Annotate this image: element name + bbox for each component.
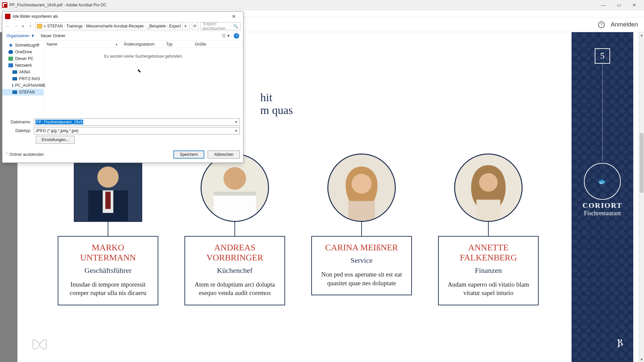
crumb-item[interactable]: Export <box>169 24 181 28</box>
col-name[interactable]: Name▲ <box>44 41 121 48</box>
svg-point-13 <box>479 173 497 191</box>
member-card: CARINA MEIßNER Service Non ped eos aperu… <box>311 236 412 295</box>
tree-onedrive[interactable]: OneDrive <box>2 49 44 55</box>
svg-rect-8 <box>214 192 256 196</box>
col-size[interactable]: Größe <box>192 41 243 48</box>
crumb-item[interactable]: Messerscharfe Acrobat-Rezepte <box>86 24 144 28</box>
chevron-down-icon: ▼ <box>31 34 35 38</box>
nav-forward-button[interactable]: → <box>12 22 18 30</box>
search-placeholder: "Export" durchsuchen <box>203 21 233 31</box>
member-card: ANNETTE FALKENBERG Finanzen Audam eaperr… <box>438 236 539 305</box>
crumb-root[interactable]: « <box>44 24 46 28</box>
tree-label: Dieser PC <box>15 56 34 61</box>
scroll-thumb[interactable] <box>640 133 644 193</box>
breadcrumb[interactable]: « STEFAN› Trainings› Messerscharfe Acrob… <box>35 22 190 30</box>
dialog-close-button[interactable]: ✕ <box>227 12 240 21</box>
chevron-up-icon: ˄ <box>6 152 8 157</box>
member-role: Küchenchef <box>191 266 279 275</box>
maximize-button[interactable]: ▭ <box>611 0 627 10</box>
svg-point-1 <box>97 167 118 188</box>
nav-back-button[interactable]: ← <box>5 22 10 30</box>
acrobat-app-icon <box>2 2 7 8</box>
tree-this-pc[interactable]: Dieser PC <box>2 55 44 62</box>
settings-label: Einstellungen... <box>42 137 69 142</box>
tree-label: PC_AUFNAHME <box>15 83 46 88</box>
chevron-down-icon[interactable]: ▾ <box>233 119 239 125</box>
brand-logo: 🐟 CORIORT Fischrestaurant <box>583 163 622 217</box>
filename-label: Dateiname: <box>6 120 34 124</box>
chevron-down-icon[interactable]: ▾ <box>233 128 239 133</box>
chevron-right-icon: › <box>145 24 146 28</box>
svg-point-6 <box>223 167 246 190</box>
hide-folders-toggle[interactable]: ˄ Ordner ausblenden <box>6 152 44 157</box>
crumb-item[interactable]: _Beispiele <box>147 24 166 28</box>
member-card: MARKO UNTERMANN Geschäftsführer Inusdae … <box>58 236 158 305</box>
crumb-item[interactable]: STEFAN <box>47 24 63 28</box>
col-label: Name <box>47 42 57 47</box>
connector <box>108 222 108 236</box>
address-dropdown-icon[interactable]: ▾ <box>182 22 188 30</box>
view-mode-button[interactable]: ☷▼ <box>222 34 230 38</box>
column-headers[interactable]: Name▲ Änderungsdatum Typ Größe <box>44 41 243 48</box>
monitor-icon <box>12 70 17 74</box>
sort-asc-icon: ▲ <box>115 43 118 46</box>
tree-label: Netzwerk <box>15 63 32 68</box>
team-grid: MARKO UNTERMANN Geschäftsführer Inusdae … <box>58 154 539 305</box>
tree-network[interactable]: Netzwerk <box>2 62 44 69</box>
help-icon[interactable]: ? <box>598 21 605 28</box>
scroll-up-icon[interactable]: ▲ <box>639 32 644 38</box>
connector <box>234 222 235 236</box>
folder-tree[interactable]: Schnellzugriff OneDrive Dieser PC Netzwe… <box>2 41 44 116</box>
avatar <box>454 154 523 222</box>
vertical-scrollbar[interactable]: ▲ ▼ <box>639 32 644 362</box>
member-role: Finanzen <box>444 266 533 275</box>
member-role: Service <box>317 256 406 265</box>
member-role: Geschäftsführer <box>64 266 152 275</box>
organize-label: Organisieren <box>6 34 30 38</box>
col-label: Größe <box>195 42 206 47</box>
settings-button[interactable]: Einstellungen... <box>36 136 75 144</box>
member-name: ANNETTE FALKENBERG <box>444 243 533 263</box>
chevron-right-icon: › <box>64 24 65 28</box>
refresh-button[interactable]: ⟳ <box>192 22 198 30</box>
filetype-label: Dateityp: <box>6 128 34 133</box>
col-type[interactable]: Typ <box>163 41 192 48</box>
member-name: MARKO UNTERMANN <box>64 243 152 263</box>
hook-icon: 𐍂 <box>617 335 623 349</box>
dialog-app-icon <box>5 14 10 19</box>
empty-results: Es wurden keine Suchergebnisse gefunden. <box>44 48 243 116</box>
filename-value: PP_Fischrestaurant_16x9 <box>36 120 83 124</box>
search-input[interactable]: "Export" durchsuchen 🔍 <box>200 22 240 30</box>
filetype-value: JPEG (*.jpg,*.jpeg,*.jpe) <box>36 128 78 133</box>
crumb-item[interactable]: Trainings <box>66 24 83 28</box>
new-folder-button[interactable]: Neuer Ordner <box>41 34 65 38</box>
dialog-title: Alle Bilder exportieren als <box>12 14 58 19</box>
filename-field[interactable]: PP_Fischrestaurant_16x9 ▾ <box>34 118 240 126</box>
svg-rect-4 <box>105 192 111 209</box>
headline-fragment-2: m quas <box>260 104 293 117</box>
team-member: ANDREAS VORBRINGER Küchenchef Atem re do… <box>184 154 285 305</box>
organize-button[interactable]: Organisieren ▼ <box>6 34 35 38</box>
filetype-field[interactable]: JPEG (*.jpg,*.jpeg,*.jpe) ▾ <box>34 127 240 134</box>
close-button[interactable]: ✕ <box>627 0 642 10</box>
dialog-body: Schnellzugriff OneDrive Dieser PC Netzwe… <box>2 41 243 116</box>
dialog-help-button[interactable]: ? <box>234 33 239 39</box>
save-button[interactable]: Speichern <box>173 150 204 159</box>
nav-up-button[interactable]: ↑ <box>28 22 33 30</box>
brand-subtitle: Fischrestaurant <box>583 210 622 217</box>
monitor-icon <box>12 84 13 87</box>
tree-label: ANNA <box>19 70 30 74</box>
svg-rect-11 <box>348 201 375 221</box>
signin-link[interactable]: Anmelden <box>611 21 638 28</box>
scroll-down-icon[interactable]: ▼ <box>639 357 644 362</box>
team-member: CARINA MEIßNER Service Non ped eos aperu… <box>311 154 412 305</box>
tree-host[interactable]: FRITZ-NAS <box>2 75 44 82</box>
tree-host[interactable]: PC_AUFNAHME <box>2 82 44 89</box>
tree-host[interactable]: ANNA <box>2 69 44 75</box>
nav-recent-button[interactable]: ▾ <box>20 22 25 30</box>
minimize-button[interactable]: — <box>596 0 611 10</box>
tree-quick-access[interactable]: Schnellzugriff <box>2 42 44 49</box>
tree-host-selected[interactable]: STEFAN <box>2 89 44 96</box>
col-date[interactable]: Änderungsdatum <box>121 41 163 48</box>
cancel-button[interactable]: Abbrechen <box>208 150 240 159</box>
